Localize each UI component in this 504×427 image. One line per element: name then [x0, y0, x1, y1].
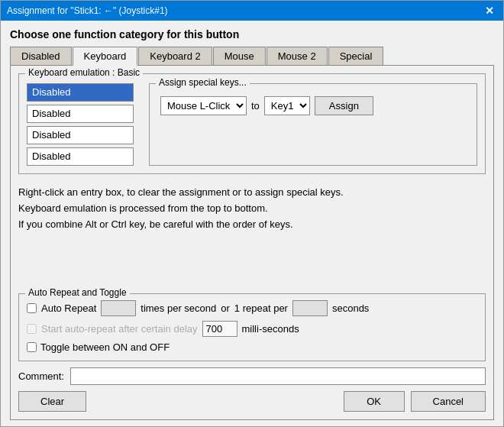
auto-repeat-group: Auto Repeat and Toggle Auto Repeat times… — [18, 293, 486, 361]
keyboard-basic-label: Keyboard emulation : Basic — [25, 67, 143, 78]
key-entry-3[interactable]: Disabled — [27, 126, 134, 144]
comment-row: Comment: — [18, 367, 486, 385]
auto-repeat-group-label: Auto Repeat and Toggle — [25, 287, 130, 298]
delay-value-input[interactable] — [202, 321, 237, 337]
key-entries-list: Disabled Disabled Disabled Disabled — [27, 83, 134, 166]
cancel-button[interactable]: Cancel — [411, 391, 486, 412]
tab-disabled[interactable]: Disabled — [10, 47, 72, 65]
times-per-second-input[interactable] — [101, 300, 136, 316]
auto-repeat-checkbox[interactable] — [27, 303, 37, 313]
auto-repeat-row1: Auto Repeat times per second or 1 repeat… — [27, 300, 477, 316]
milli-seconds-label: milli-seconds — [242, 323, 299, 335]
page-title: Choose one function category for this bu… — [10, 28, 494, 40]
toggle-checkbox[interactable] — [27, 342, 37, 352]
assign-button[interactable]: Assign — [315, 96, 373, 115]
auto-repeat-row2: Start auto-repeat after certain delay mi… — [27, 321, 477, 337]
info-line-1: Right-click an entry box, to clear the a… — [18, 185, 486, 201]
info-line-2: Keyboard emulation is processed from the… — [18, 201, 486, 217]
toggle-label: Toggle between ON and OFF — [40, 341, 170, 353]
seconds-label: seconds — [332, 302, 369, 314]
tab-bar: Disabled Keyboard Keyboard 2 Mouse Mouse… — [10, 47, 494, 65]
key-entry-2[interactable]: Disabled — [27, 105, 134, 123]
keyboard-basic-group: Keyboard emulation : Basic Disabled Disa… — [18, 73, 486, 174]
info-line-3: If you combine Alt or Ctrl key, be caref… — [18, 217, 486, 233]
start-delay-checkbox[interactable] — [27, 324, 37, 334]
times-per-second-label: times per second — [141, 302, 216, 314]
tab-keyboard2[interactable]: Keyboard 2 — [138, 47, 212, 65]
special-keys-label: Assign special keys... — [156, 77, 250, 88]
key-entry-4[interactable]: Disabled — [27, 147, 134, 166]
bottom-buttons: Clear OK Cancel — [18, 391, 486, 412]
repeat-per-input[interactable] — [292, 300, 328, 316]
info-section: Right-click an entry box, to clear the a… — [18, 185, 486, 232]
key-entry-1[interactable]: Disabled — [27, 83, 134, 102]
special-key-dropdown[interactable]: Mouse L-Click — [160, 96, 247, 115]
close-button[interactable]: ✕ — [482, 5, 497, 17]
tab-mouse2[interactable]: Mouse 2 — [267, 47, 328, 65]
window-body: Choose one function category for this bu… — [1, 21, 503, 426]
comment-input[interactable] — [70, 367, 486, 385]
or-label: or — [221, 302, 230, 314]
toggle-row: Toggle between ON and OFF — [27, 341, 477, 353]
tab-mouse[interactable]: Mouse — [213, 47, 266, 65]
special-keys-row: Mouse L-Click to Key1 Assign — [160, 96, 466, 115]
tab-keyboard[interactable]: Keyboard — [73, 47, 138, 66]
to-label: to — [251, 100, 260, 112]
repeat-per-label: 1 repeat per — [234, 302, 288, 314]
tab-content-keyboard: Keyboard emulation : Basic Disabled Disa… — [10, 65, 494, 420]
title-bar: Assignment for "Stick1: ←" (Joystick#1) … — [1, 1, 503, 21]
title-bar-text: Assignment for "Stick1: ←" (Joystick#1) — [7, 5, 168, 16]
ok-button[interactable]: OK — [344, 391, 405, 412]
special-keys-box: Assign special keys... Mouse L-Click to … — [149, 83, 477, 166]
auto-repeat-label-text: Auto Repeat — [41, 302, 96, 314]
key-target-dropdown[interactable]: Key1 — [264, 96, 310, 115]
start-delay-label: Start auto-repeat after certain delay — [41, 323, 198, 335]
tab-special[interactable]: Special — [328, 47, 384, 65]
comment-label: Comment: — [18, 370, 64, 382]
keyboard-basic-content: Disabled Disabled Disabled Disabled Assi… — [27, 83, 477, 166]
clear-button[interactable]: Clear — [18, 391, 86, 412]
ok-cancel-buttons: OK Cancel — [344, 391, 486, 412]
main-window: Assignment for "Stick1: ←" (Joystick#1) … — [0, 0, 504, 427]
